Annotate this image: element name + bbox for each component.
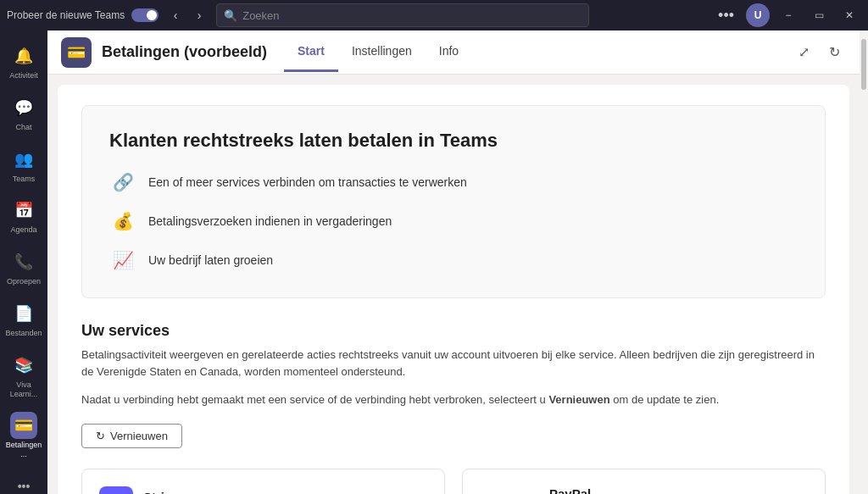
minimize-button[interactable]: −: [776, 3, 800, 27]
more-options-button[interactable]: •••: [713, 5, 739, 26]
sidebar-more-button[interactable]: •••: [3, 468, 44, 494]
sidebar-label-teams: Teams: [13, 175, 36, 184]
app-header: 💳 Betalingen (voorbeeld) Start Instellin…: [47, 31, 860, 75]
app-body: 🔔 Activiteit 💬 Chat 👥 Teams 📅 Agenda 📞 O…: [0, 31, 868, 494]
avatar[interactable]: U: [746, 3, 770, 27]
sidebar-label-activity: Activiteit: [9, 71, 38, 80]
hero-feature-connect-text: Een of meer services verbinden om transa…: [148, 175, 467, 189]
refresh-header-button[interactable]: ↻: [822, 41, 846, 64]
hero-box: Klanten rechtstreeks laten betalen in Te…: [81, 105, 826, 298]
vernieuwen-label: Vernieuwen: [110, 430, 168, 442]
hero-title: Klanten rechtstreeks laten betalen in Te…: [109, 130, 798, 152]
hero-feature-connect: 🔗 Een of meer services verbinden om tran…: [109, 169, 798, 196]
betalingen-icon: 💳: [10, 412, 37, 439]
service-cards: S Stripe Stripe Inc Stripe is a financia…: [81, 469, 826, 495]
files-icon: 📄: [10, 300, 37, 327]
paypal-name: PayPal: [549, 486, 643, 495]
vernieuwen-button[interactable]: ↻ Vernieuwen: [81, 424, 182, 448]
activity-icon: 🔔: [10, 42, 37, 69]
nav-forward-button[interactable]: ›: [189, 5, 209, 25]
sidebar-label-files: Bestanden: [5, 329, 42, 338]
tab-info[interactable]: Info: [426, 32, 472, 72]
chat-icon: 💬: [10, 94, 37, 121]
sidebar-label-calls: Oproepen: [7, 277, 41, 286]
sidebar-item-chat[interactable]: 💬 Chat: [3, 89, 44, 137]
stripe-card-header: S Stripe Stripe Inc: [99, 486, 427, 495]
connect-icon: 🔗: [109, 169, 136, 196]
agenda-icon: 📅: [10, 197, 37, 224]
tab-instellingen[interactable]: Instellingen: [338, 32, 426, 72]
note-bold: Vernieuwen: [548, 393, 609, 406]
note-before: Nadat u verbinding hebt gemaakt met een …: [81, 393, 548, 406]
note-after: om de update te zien.: [610, 393, 720, 406]
stripe-name: Stripe: [143, 490, 186, 494]
tab-start[interactable]: Start: [284, 32, 338, 72]
refresh-icon: ↻: [96, 430, 105, 442]
hero-feature-grow: 📈 Uw bedrijf laten groeien: [109, 247, 798, 274]
search-icon: 🔍: [224, 9, 237, 22]
close-button[interactable]: ✕: [837, 3, 861, 27]
stripe-logo-icon: S: [99, 486, 133, 495]
sidebar-item-viva[interactable]: 📚 Viva Learni...: [3, 347, 44, 404]
sidebar: 🔔 Activiteit 💬 Chat 👥 Teams 📅 Agenda 📞 O…: [0, 31, 47, 494]
paypal-info: PayPal PayPal Holdings, Inc: [549, 486, 643, 495]
hero-features: 🔗 Een of meer services verbinden om tran…: [109, 169, 798, 274]
viva-icon: 📚: [10, 352, 37, 379]
payment-request-icon: 💰: [109, 208, 136, 235]
try-teams-toggle[interactable]: [131, 8, 159, 22]
content-area: 💳 Betalingen (voorbeeld) Start Instellin…: [47, 31, 860, 494]
scrollbar-thumb[interactable]: [861, 39, 866, 90]
sidebar-item-agenda[interactable]: 📅 Agenda: [3, 191, 44, 240]
main-content[interactable]: Klanten rechtstreeks laten betalen in Te…: [47, 75, 860, 494]
main-inner: Klanten rechtstreeks laten betalen in Te…: [58, 85, 849, 494]
page-title: Betalingen (voorbeeld): [102, 43, 267, 61]
nav-back-button[interactable]: ‹: [165, 5, 186, 25]
app-logo-icon: 💳: [61, 37, 92, 68]
services-title: Uw services: [81, 322, 826, 340]
sidebar-label-betalingen: Betalingen ...: [6, 441, 42, 459]
stripe-info: Stripe Stripe Inc: [143, 490, 186, 494]
more-icon: •••: [10, 473, 37, 494]
sidebar-item-files[interactable]: 📄 Bestanden: [3, 295, 44, 343]
expand-button[interactable]: ⤢: [792, 41, 815, 64]
search-placeholder: Zoeken: [242, 9, 279, 22]
sidebar-item-teams[interactable]: 👥 Teams: [3, 141, 44, 189]
header-actions: ⤢ ↻: [792, 41, 846, 64]
sidebar-label-agenda: Agenda: [10, 225, 36, 235]
search-bar[interactable]: 🔍 Zoeken: [216, 3, 589, 27]
hero-feature-request: 💰 Betalingsverzoeken indienen in vergade…: [109, 208, 798, 235]
services-description: Betalingsactiviteit weergeven en gerelat…: [81, 347, 826, 380]
app-tabs: Start Instellingen Info: [284, 32, 472, 72]
paypal-logo-icon: PayPal: [480, 487, 539, 494]
sidebar-label-viva: Viva Learni...: [7, 380, 41, 399]
maximize-button[interactable]: ▭: [807, 3, 831, 27]
paypal-card-header: PayPal PayPal PayPal Holdings, Inc: [480, 486, 808, 495]
sidebar-item-activity[interactable]: 🔔 Activiteit: [3, 37, 44, 86]
services-note: Nadat u verbinding hebt gemaakt met een …: [81, 391, 826, 408]
grow-icon: 📈: [109, 247, 136, 274]
calls-icon: 📞: [10, 248, 37, 275]
hero-feature-grow-text: Uw bedrijf laten groeien: [148, 253, 273, 267]
scrollbar-track[interactable]: [860, 31, 868, 494]
nav-arrows: ‹ ›: [165, 5, 209, 25]
stripe-card[interactable]: S Stripe Stripe Inc Stripe is a financia…: [81, 469, 445, 495]
try-new-teams-label: Probeer de nieuwe Teams: [7, 9, 125, 21]
hero-feature-request-text: Betalingsverzoeken indienen in vergaderi…: [148, 214, 392, 228]
titlebar: Probeer de nieuwe Teams ‹ › 🔍 Zoeken •••…: [0, 0, 868, 31]
sidebar-label-chat: Chat: [15, 123, 31, 132]
teams-icon: 👥: [10, 146, 37, 173]
sidebar-item-calls[interactable]: 📞 Oproepen: [3, 243, 44, 291]
paypal-card[interactable]: PayPal PayPal PayPal Holdings, Inc Accep…: [462, 469, 826, 495]
sidebar-item-betalingen[interactable]: 💳 Betalingen ...: [3, 407, 44, 464]
titlebar-right: ••• U − ▭ ✕: [713, 3, 861, 27]
